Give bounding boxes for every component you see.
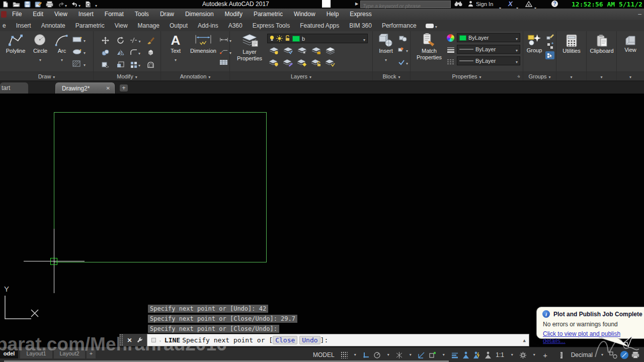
panel-label-view[interactable] [617,71,644,80]
copy-icon[interactable] [102,49,109,56]
tab-annotate[interactable]: Annotate [36,20,70,31]
annotation-autoscale-toggle[interactable] [472,349,481,360]
close-icon[interactable]: ✕ [106,83,110,94]
tab-parametric[interactable]: Parametric [70,20,110,31]
layer-unisolate-icon[interactable] [283,47,293,55]
exchange-apps-icon[interactable]: X [508,0,513,8]
view-button[interactable]: View [620,34,640,53]
command-input[interactable]: LINE Specify next point or [ Close Undo … [147,334,529,346]
tab-bim360[interactable]: BIM 360 [344,20,377,31]
chevron-down-icon[interactable] [439,349,448,360]
object-color-dropdown[interactable]: ByLayer [457,33,520,42]
arc-button[interactable]: Arc [52,33,71,63]
plot-icon[interactable] [46,1,53,8]
open-file-icon[interactable] [13,1,20,8]
menu-window[interactable]: Window [288,9,321,20]
model-space-button[interactable]: MODEL [310,349,338,360]
panel-label-modify[interactable]: Modify [94,71,160,80]
help-icon[interactable]: ? [551,1,558,7]
dialog-launcher-icon[interactable]: » [516,73,522,79]
menu-help[interactable]: Help [321,9,345,20]
ribbon-display-toggle[interactable] [426,21,437,30]
utilities-button[interactable]: Utilities [560,34,583,54]
panel-label-properties[interactable]: Properties» [411,71,523,80]
tab-view[interactable]: View [110,20,133,31]
group-button[interactable]: Group [524,33,544,53]
tab-featured-apps[interactable]: Featured Apps [295,20,344,31]
polyline-button[interactable]: Polyline [3,33,28,54]
clipboard-button[interactable]: Clipboard [588,34,615,54]
snap-toggle[interactable] [362,349,371,360]
circle-button[interactable]: Circle [29,33,51,63]
layer-lock-icon[interactable] [311,47,321,55]
tab-performance[interactable]: Performance [377,20,422,31]
chevron-down-icon[interactable] [78,0,80,9]
units-ruler-icon[interactable] [557,349,566,360]
array-icon[interactable] [130,60,140,69]
layer-thaw-icon[interactable] [297,59,307,67]
option-close-button[interactable]: Close [273,336,297,344]
menu-file[interactable]: File [7,9,27,20]
lineweight-dropdown[interactable]: ByLayer [457,45,520,54]
qat-customize-icon[interactable] [95,0,97,9]
chevron-down-icon[interactable] [65,0,67,9]
menu-edit[interactable]: Edit [27,9,49,20]
block-attributes-icon[interactable] [398,58,408,67]
grid-toggle[interactable] [340,349,349,360]
chevron-down-icon[interactable] [159,336,162,344]
menu-dimension[interactable]: Dimension [180,9,219,20]
history-expand-icon[interactable]: ▲ [523,338,526,343]
menu-modify[interactable]: Modify [219,9,248,20]
menu-draw[interactable]: Draw [154,9,180,20]
tab-home-partial[interactable]: e [0,20,11,31]
layer-current-icon[interactable] [326,59,335,67]
lineweight-toggle[interactable] [450,349,459,360]
fillet-icon[interactable] [130,48,140,57]
panel-label-groups[interactable]: Groups [523,71,556,80]
panel-label-clipboard[interactable] [587,71,616,80]
rotate-icon[interactable] [117,37,124,44]
menu-view[interactable]: View [49,9,73,20]
create-block-icon[interactable] [399,35,407,42]
object-snap-toggle[interactable] [428,349,437,360]
osnap-tracking-toggle[interactable] [417,349,426,360]
layer-dropdown[interactable]: b [267,34,368,43]
linetype-dropdown[interactable]: ByLayer [457,56,520,65]
layer-states-icon[interactable] [326,47,335,55]
panel-label-layers[interactable]: Layers [230,71,372,80]
customization-plus-icon[interactable]: + [541,349,550,360]
group-selection-toggle[interactable] [545,51,554,59]
tab-manage[interactable]: Manage [133,20,165,31]
menu-parametric[interactable]: Parametric [248,9,288,20]
stretch-icon[interactable] [102,61,109,68]
communication-center-icon[interactable] [525,1,532,7]
minimize-icon[interactable]: – [638,9,641,20]
file-tab-drawing2[interactable]: Drawing2* ✕ [55,82,115,94]
layer-freeze-icon[interactable] [297,47,307,55]
wrench-icon[interactable] [136,337,143,343]
polar-tracking-toggle[interactable] [373,349,382,360]
chevron-down-icon[interactable] [351,349,360,360]
annotation-visibility-toggle[interactable] [461,349,470,360]
rectangle-tool-button[interactable] [72,35,86,44]
explode-icon[interactable] [147,49,154,56]
isodraft-toggle[interactable] [395,349,404,360]
new-file-icon[interactable] [2,1,9,8]
redo-icon[interactable] [57,0,67,9]
new-drawing-tab-button[interactable]: + [120,84,128,92]
panel-label-block[interactable]: Block [373,71,410,80]
file-tab-start[interactable]: tart [0,82,28,94]
search-expand-icon[interactable]: ▶ [355,2,358,6]
tab-output[interactable]: Output [165,20,193,31]
hatch-tool-button[interactable] [72,59,86,68]
mirror-icon[interactable] [117,49,124,56]
ellipse-tool-button[interactable] [72,47,86,56]
edit-block-icon[interactable] [398,45,408,54]
tab-add-ins[interactable]: Add-ins [193,20,223,31]
layer-properties-button[interactable]: Layer Properties [234,33,265,61]
chevron-down-icon[interactable] [384,349,393,360]
chevron-down-icon[interactable] [406,349,415,360]
annotation-scale-icon[interactable] [484,349,493,360]
group-edit-icon[interactable] [546,42,554,49]
offset-icon[interactable] [147,61,154,68]
